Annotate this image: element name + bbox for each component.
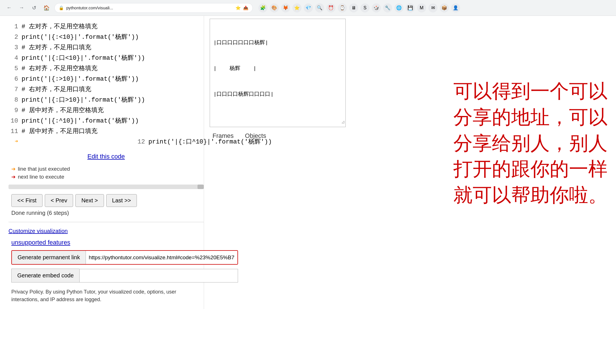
legend-executed-label: line that just executed [18, 166, 70, 172]
line-number: 1 [9, 22, 20, 32]
ext-gem[interactable]: 💎 [304, 3, 313, 12]
ext-mail[interactable]: ✉ [428, 3, 437, 12]
lock-icon: 🔒 [59, 5, 64, 10]
line-number: 5 [9, 63, 20, 74]
legend-section: ➔ line that just executed ➔ next line to… [9, 166, 204, 180]
browser-extensions: 🧩 🎨 🦊 ⭐ 💎 🔍 ⏰ ⌚ 🖥 S 🎲 🔧 🌐 💾 M ✉ 📦 👤 [258, 3, 460, 12]
browser-bar: ← → ↺ 🏠 🔒 pythontutor.com/visuali... ⭐ 📤… [0, 0, 616, 16]
arrow-next-icon: ➔ [11, 174, 16, 180]
url-section: Generate permanent link Generate embed c… [9, 250, 204, 282]
divider [9, 222, 204, 222]
line-number: 9 [9, 105, 20, 116]
reload-button[interactable]: ↺ [29, 3, 39, 12]
unsupported-features-link[interactable]: unsupported features [11, 239, 70, 246]
edit-code-link[interactable]: Edit this code [9, 153, 204, 160]
right-panel: |口口口口口口口杨辉| | 杨辉 | |口口口口杨辉口口口口| ⊿ Frames… [204, 16, 616, 309]
frames-label: Frames [213, 132, 234, 140]
code-text: print('|{:口>10}|'.format('杨辉')) [20, 95, 147, 105]
ext-clock[interactable]: ⏰ [326, 3, 335, 12]
legend-next: ➔ next line to execute [11, 174, 204, 180]
code-text: # 右对齐，不足用口填充 [20, 84, 147, 95]
back-button[interactable]: ← [5, 3, 14, 12]
generate-permanent-link-button[interactable]: Generate permanent link [12, 251, 86, 264]
scrollbar[interactable] [9, 185, 204, 189]
code-text: print('|{:^10}|'.format('杨辉')) [20, 116, 147, 126]
line-number: 12 [20, 137, 147, 147]
ext-puzzle[interactable]: 🧩 [258, 3, 267, 12]
home-button[interactable]: 🏠 [42, 3, 51, 12]
line-number: 7 [9, 84, 20, 95]
line-number: 2 [9, 32, 20, 42]
ext-star[interactable]: ⭐ [292, 3, 301, 12]
output-box: |口口口口口口口杨辉| | 杨辉 | |口口口口杨辉口口口口| ⊿ [210, 19, 346, 127]
code-text: print('|{:<10}|'.format('杨辉')) [20, 32, 147, 42]
current-line-arrow: ➔ [9, 137, 20, 147]
generate-embed-code-button[interactable]: Generate embed code [11, 269, 79, 282]
line-number: 8 [9, 95, 20, 105]
ext-m[interactable]: M [417, 3, 426, 12]
code-text: # 左对齐，不足用口填充 [20, 42, 147, 53]
last-button[interactable]: Last >> [106, 194, 137, 207]
line-number: 11 [9, 126, 20, 137]
legend-executed: ➔ line that just executed [11, 166, 204, 172]
main-content: 1 # 左对齐，不足用空格填充 2 print('|{:<10}|'.forma… [0, 16, 616, 309]
arrow-executed-icon: ➔ [11, 166, 16, 172]
scrollbar-thumb[interactable] [197, 185, 204, 189]
navigation-buttons: << First < Prev Next > Last >> [9, 194, 204, 207]
address-bar[interactable]: 🔒 pythontutor.com/visuali... ⭐ 📤 [54, 3, 253, 13]
ext-fox[interactable]: 🦊 [281, 3, 290, 12]
url-text: pythontutor.com/visuali... [66, 5, 113, 10]
ext-box[interactable]: 📦 [440, 3, 449, 12]
privacy-text: Privacy Policy. By using Python Tutor, y… [9, 288, 204, 303]
line-number: 4 [9, 53, 20, 63]
ext-globe[interactable]: 🌐 [394, 3, 403, 12]
code-text: # 居中对齐，不足用空格填充 [20, 105, 147, 116]
ext-dice[interactable]: 🎲 [372, 3, 381, 12]
customize-link[interactable]: Customize visualization [9, 228, 68, 234]
code-panel: 1 # 左对齐，不足用空格填充 2 print('|{:<10}|'.forma… [0, 16, 204, 309]
ext-color[interactable]: 🎨 [270, 3, 279, 12]
customize-text: ustomize visualization [12, 228, 68, 234]
next-button[interactable]: Next > [75, 194, 104, 207]
code-text: print('|{:口<10}|'.format('杨辉')) [20, 53, 147, 63]
ext-s[interactable]: S [360, 3, 369, 12]
ext-wrench[interactable]: 🔧 [383, 3, 392, 12]
status-text: Done running (6 steps) [9, 210, 204, 216]
ext-monitor[interactable]: 🖥 [349, 3, 358, 12]
forward-button[interactable]: → [17, 3, 26, 12]
annotation-text: 可以得到一个可以 分享的地址，可以 分享给别人，别人 打开的跟你的一样 就可以帮… [453, 78, 607, 208]
output-line-3: |口口口口杨辉口口口口| [213, 90, 342, 99]
output-line-1: |口口口口口口口杨辉| [213, 38, 342, 47]
code-text: # 右对齐，不足用空格填充 [20, 63, 147, 74]
profile-icon[interactable]: 👤 [451, 3, 460, 12]
resize-handle-icon: ⊿ [341, 119, 345, 126]
customize-label: C [9, 228, 12, 234]
line-number: 10 [9, 116, 20, 126]
code-text: print('|{:>10}|'.format('杨辉')) [20, 74, 147, 84]
legend-next-label: next line to execute [18, 174, 64, 180]
ext-mag[interactable]: 🔍 [315, 3, 324, 12]
output-line-2: | 杨辉 | [213, 64, 342, 73]
prev-button[interactable]: < Prev [45, 194, 73, 207]
code-text: # 居中对齐，不足用口填充 [20, 126, 147, 137]
ext-disk[interactable]: 💾 [406, 3, 415, 12]
code-text: # 左对齐，不足用空格填充 [20, 22, 147, 32]
ext-watch[interactable]: ⌚ [338, 3, 347, 12]
objects-label: Objects [245, 132, 266, 140]
line-number: 3 [9, 42, 20, 53]
first-button[interactable]: << First [11, 194, 43, 207]
line-number: 6 [9, 74, 20, 84]
